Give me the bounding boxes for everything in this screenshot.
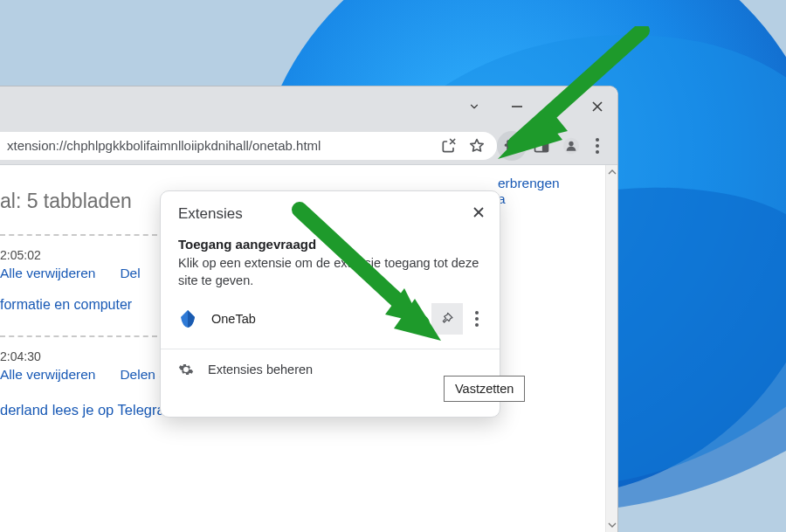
annotation-arrow — [282, 201, 474, 376]
address-text: xtension://chphlpgkkbolifaimnlloiipkdnih… — [7, 138, 321, 153]
vertical-scrollbar[interactable] — [605, 165, 617, 532]
address-bar[interactable]: xtension://chphlpgkkbolifaimnlloiipkdnih… — [0, 132, 497, 160]
gear-icon — [178, 362, 194, 377]
scroll-down-icon[interactable] — [606, 518, 618, 532]
tab-link[interactable]: formatie en computer — [0, 297, 132, 312]
remove-all-link[interactable]: Alle verwijderen — [0, 266, 95, 281]
onetab-icon — [178, 310, 197, 328]
annotation-arrow — [480, 26, 655, 183]
pin-tooltip: Vastzetten — [444, 376, 525, 402]
partial-link[interactable]: Del — [120, 266, 140, 281]
share-icon[interactable] — [438, 132, 460, 160]
remove-all-link[interactable]: Alle verwijderen — [0, 367, 95, 383]
